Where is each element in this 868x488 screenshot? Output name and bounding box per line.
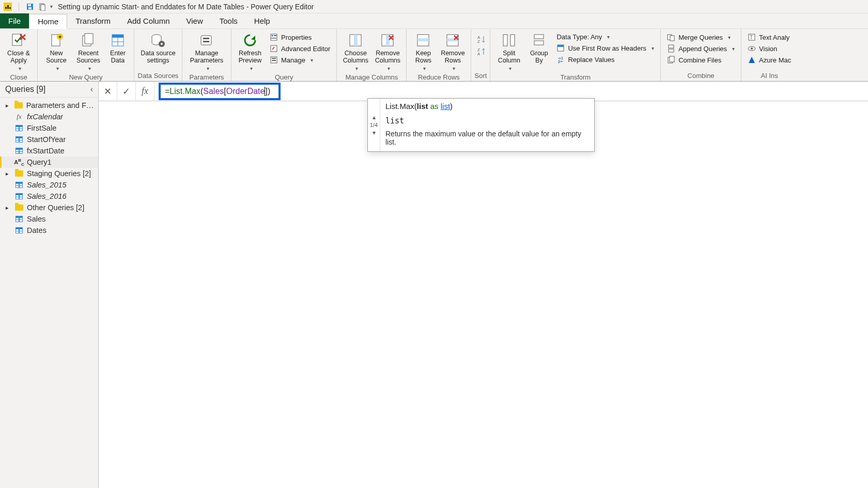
ribbon-group-data-sources: Data sourcesettings Data Sources <box>134 29 182 81</box>
svg-text:2: 2 <box>558 60 560 64</box>
tree-item-query1[interactable]: ABCQuery1 <box>0 156 98 168</box>
sort-asc-button[interactable]: AZ <box>474 34 487 44</box>
manage-parameters-button[interactable]: ManageParameters <box>185 31 228 72</box>
recent-sources-button[interactable]: RecentSources <box>73 31 104 72</box>
ribbon-group-label: Transform <box>490 72 660 83</box>
svg-rect-26 <box>271 45 277 52</box>
refresh-preview-button[interactable]: RefreshPreview <box>235 31 266 72</box>
svg-rect-19 <box>201 36 211 45</box>
popup-counter: 1/4 <box>370 122 378 128</box>
data-source-settings-button[interactable]: Data sourcesettings <box>137 31 179 66</box>
remove-columns-button[interactable]: RemoveColumns <box>372 31 403 72</box>
combine-files-button[interactable]: Combine Files <box>664 55 738 65</box>
data-type-button[interactable]: Data Type: Any <box>553 32 657 42</box>
first-row-headers-button[interactable]: Use First Row as Headers <box>553 43 657 53</box>
tree-item-dates[interactable]: Dates <box>0 225 98 236</box>
svg-point-18 <box>161 43 163 45</box>
tree-group-staging[interactable]: ▸Staging Queries [2] <box>0 168 98 179</box>
svg-text:1: 1 <box>561 56 563 60</box>
table-icon <box>14 135 24 144</box>
save-icon[interactable] <box>25 2 35 11</box>
vision-button[interactable]: Vision <box>745 43 794 54</box>
svg-rect-25 <box>271 38 276 39</box>
manage-button[interactable]: Manage <box>267 55 333 65</box>
merge-queries-button[interactable]: Merge Queries <box>664 32 738 42</box>
svg-rect-43 <box>510 35 515 46</box>
close-apply-button[interactable]: Close &Apply <box>3 31 34 72</box>
svg-text:Z: Z <box>477 39 480 44</box>
undo-icon[interactable] <box>38 2 47 11</box>
svg-rect-21 <box>203 41 209 42</box>
formula-input[interactable]: = List.Max ( Sales [ OrderDate ] ) <box>159 83 281 100</box>
tab-tools[interactable]: Tools <box>211 13 246 28</box>
tab-help[interactable]: Help <box>246 13 278 28</box>
svg-rect-29 <box>272 60 276 61</box>
azure-ml-button[interactable]: Azure Mac <box>745 55 794 65</box>
qat-dropdown-icon[interactable]: ▾ <box>50 4 53 9</box>
tree-item-fxstartdate[interactable]: fxStartDate <box>0 145 98 156</box>
tree-item-firstsale[interactable]: FirstSale <box>0 122 98 134</box>
folder-icon <box>14 101 23 109</box>
abc-icon: ABC <box>14 158 24 166</box>
sort-desc-button[interactable]: ZA <box>474 46 487 57</box>
ribbon-group-transform: SplitColumn GroupBy Data Type: Any Use F… <box>490 29 661 81</box>
svg-text:✦: ✦ <box>58 34 62 40</box>
cancel-formula-button[interactable]: ✕ <box>99 82 117 101</box>
split-column-button[interactable]: SplitColumn <box>493 31 524 72</box>
svg-rect-11 <box>85 34 93 44</box>
new-source-button[interactable]: ✦ NewSource <box>41 31 72 72</box>
tree-item-sales[interactable]: Sales <box>0 213 98 225</box>
formula-fn: List.Max <box>169 87 200 96</box>
table-icon <box>14 192 24 200</box>
formula-close-paren: ) <box>268 87 270 96</box>
intellisense-popup: ▴ 1/4 ▾ List.Max(list as list) list Retu… <box>367 98 595 152</box>
svg-rect-47 <box>557 45 564 47</box>
ribbon-group-label: Query <box>231 72 336 83</box>
tab-view[interactable]: View <box>178 13 211 28</box>
close-apply-icon <box>10 32 27 49</box>
popup-down-icon[interactable]: ▾ <box>373 129 376 136</box>
ribbon-group-query: RefreshPreview Properties Advanced Edito… <box>231 29 337 81</box>
tree-item-startofyear[interactable]: StartOfYear <box>0 134 98 145</box>
tab-home[interactable]: Home <box>29 14 67 29</box>
tree-item-sales2016[interactable]: Sales_2016 <box>0 191 98 202</box>
popup-up-icon[interactable]: ▴ <box>373 114 376 121</box>
table-icon <box>14 124 24 132</box>
sort-asc-icon: AZ <box>476 35 485 43</box>
tree-item-sales2015[interactable]: Sales_2015 <box>0 179 98 191</box>
properties-icon <box>270 33 278 41</box>
svg-point-59 <box>751 48 753 50</box>
tab-transform[interactable]: Transform <box>67 13 119 28</box>
ribbon-group-label: Combine <box>661 71 741 81</box>
tab-file[interactable]: File <box>0 13 29 28</box>
quick-access-toolbar: ▾ <box>3 2 53 11</box>
recent-sources-icon <box>80 32 97 49</box>
tree-group-other[interactable]: ▸Other Queries [2] <box>0 202 98 213</box>
popup-current-param: list <box>385 116 589 125</box>
svg-rect-52 <box>669 45 674 48</box>
replace-icon: 12 <box>556 55 565 64</box>
keep-rows-button[interactable]: KeepRows <box>410 31 437 72</box>
combine-files-icon <box>667 56 675 64</box>
enter-data-button[interactable]: EnterData <box>105 31 131 66</box>
properties-button[interactable]: Properties <box>267 32 333 42</box>
tree-group-parameters[interactable]: ▸Parameters and Fu… <box>0 100 98 111</box>
commit-formula-button[interactable]: ✓ <box>117 82 136 101</box>
tab-add-column[interactable]: Add Column <box>119 13 178 28</box>
collapse-pane-icon[interactable]: ‹ <box>90 85 93 94</box>
remove-rows-button[interactable]: RemoveRows <box>438 31 468 72</box>
append-queries-button[interactable]: Append Queries <box>664 43 738 54</box>
group-by-button[interactable]: GroupBy <box>525 31 552 66</box>
text-analytics-button[interactable]: TText Analy <box>745 32 794 42</box>
ribbon-group-parameters: ManageParameters Parameters <box>182 29 231 81</box>
choose-columns-button[interactable]: ChooseColumns <box>340 31 371 72</box>
fx-icon: fx <box>14 113 24 121</box>
queries-pane-title: Queries [9] <box>5 85 45 94</box>
refresh-icon <box>242 32 258 49</box>
append-icon <box>667 44 675 53</box>
advanced-editor-button[interactable]: Advanced Editor <box>267 43 333 54</box>
svg-rect-28 <box>272 58 276 59</box>
tree-item-fxcalendar[interactable]: fxfxCalendar <box>0 111 98 122</box>
fx-button[interactable]: fx <box>136 82 154 101</box>
replace-values-button[interactable]: 12Replace Values <box>553 54 657 65</box>
